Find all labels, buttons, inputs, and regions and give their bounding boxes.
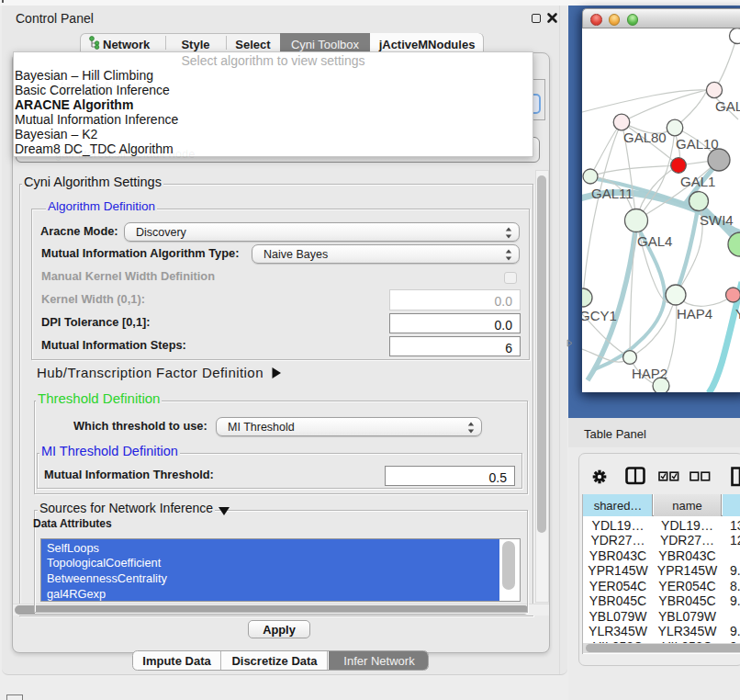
svg-text:GAL1: GAL1 (680, 174, 715, 189)
svg-text:GAL4: GAL4 (637, 233, 672, 249)
svg-text:SWI4: SWI4 (700, 212, 734, 228)
svg-text:GAL11: GAL11 (591, 186, 633, 201)
svg-text:GAL10: GAL10 (676, 136, 719, 152)
svg-text:YM: YM (735, 306, 740, 322)
svg-text:GCY1: GCY1 (582, 308, 617, 323)
svg-text:GAL80: GAL80 (623, 130, 667, 145)
svg-text:GAL7: GAL7 (715, 98, 740, 114)
svg-text:HAP2: HAP2 (632, 366, 667, 381)
svg-text:HAP4: HAP4 (677, 306, 712, 322)
